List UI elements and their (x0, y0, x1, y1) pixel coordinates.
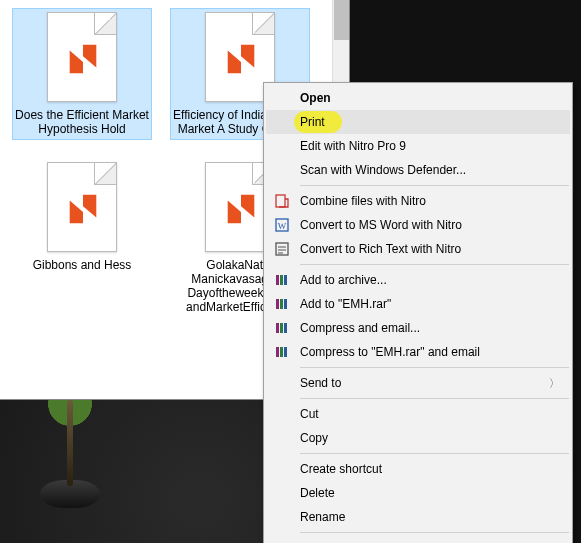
svg-rect-5 (280, 275, 283, 285)
svg-rect-9 (284, 299, 287, 309)
menu-copy[interactable]: Copy (266, 426, 570, 450)
pdf-file-icon (47, 12, 117, 102)
nitro-logo-icon (222, 41, 260, 79)
menu-add-emh-rar[interactable]: Add to "EMH.rar" (266, 292, 570, 316)
svg-rect-13 (276, 347, 279, 357)
rar-books-icon (274, 272, 290, 288)
menu-separator (300, 185, 569, 186)
svg-rect-11 (280, 323, 283, 333)
scrollbar-thumb[interactable] (334, 0, 349, 40)
menu-separator (300, 453, 569, 454)
menu-separator (300, 264, 569, 265)
nitro-logo-icon (64, 191, 102, 229)
menu-compress-emh-email[interactable]: Compress to "EMH.rar" and email (266, 340, 570, 364)
nitro-logo-icon (64, 41, 102, 79)
rar-books-icon (274, 320, 290, 336)
file-item[interactable]: Does the Efficient Market Hypothesis Hol… (12, 8, 152, 140)
file-label: Does the Efficient Market Hypothesis Hol… (14, 108, 150, 136)
bonsai-decoration (40, 400, 100, 508)
menu-cut[interactable]: Cut (266, 402, 570, 426)
menu-add-archive[interactable]: Add to archive... (266, 268, 570, 292)
svg-rect-12 (284, 323, 287, 333)
menu-open[interactable]: Open (266, 86, 570, 110)
nitro-word-icon: W (274, 217, 290, 233)
menu-send-to[interactable]: Send to 〉 (266, 371, 570, 395)
svg-rect-8 (280, 299, 283, 309)
menu-print[interactable]: Print (266, 110, 570, 134)
nitro-combine-icon (274, 193, 290, 209)
menu-compress-email[interactable]: Compress and email... (266, 316, 570, 340)
file-item[interactable]: Gibbons and Hess (12, 158, 152, 318)
menu-properties[interactable]: Properties (266, 536, 570, 543)
menu-convert-richtext[interactable]: Convert to Rich Text with Nitro (266, 237, 570, 261)
menu-combine-nitro[interactable]: Combine files with Nitro (266, 189, 570, 213)
menu-rename[interactable]: Rename (266, 505, 570, 529)
rar-books-icon (274, 296, 290, 312)
menu-windows-defender[interactable]: Scan with Windows Defender... (266, 158, 570, 182)
nitro-richtext-icon (274, 241, 290, 257)
menu-separator (300, 367, 569, 368)
svg-text:W: W (278, 221, 287, 231)
svg-rect-6 (284, 275, 287, 285)
rar-books-icon (274, 344, 290, 360)
svg-rect-10 (276, 323, 279, 333)
menu-create-shortcut[interactable]: Create shortcut (266, 457, 570, 481)
svg-rect-15 (284, 347, 287, 357)
svg-rect-14 (280, 347, 283, 357)
context-menu: Open Print Edit with Nitro Pro 9 Scan wi… (263, 82, 573, 543)
menu-edit-nitro[interactable]: Edit with Nitro Pro 9 (266, 134, 570, 158)
menu-convert-word[interactable]: W Convert to MS Word with Nitro (266, 213, 570, 237)
menu-separator (300, 532, 569, 533)
chevron-right-icon: 〉 (549, 376, 560, 391)
menu-separator (300, 398, 569, 399)
nitro-logo-icon (222, 191, 260, 229)
pdf-file-icon (47, 162, 117, 252)
file-label: Gibbons and Hess (33, 258, 132, 272)
svg-rect-7 (276, 299, 279, 309)
svg-rect-0 (276, 195, 285, 207)
svg-rect-4 (276, 275, 279, 285)
menu-delete[interactable]: Delete (266, 481, 570, 505)
